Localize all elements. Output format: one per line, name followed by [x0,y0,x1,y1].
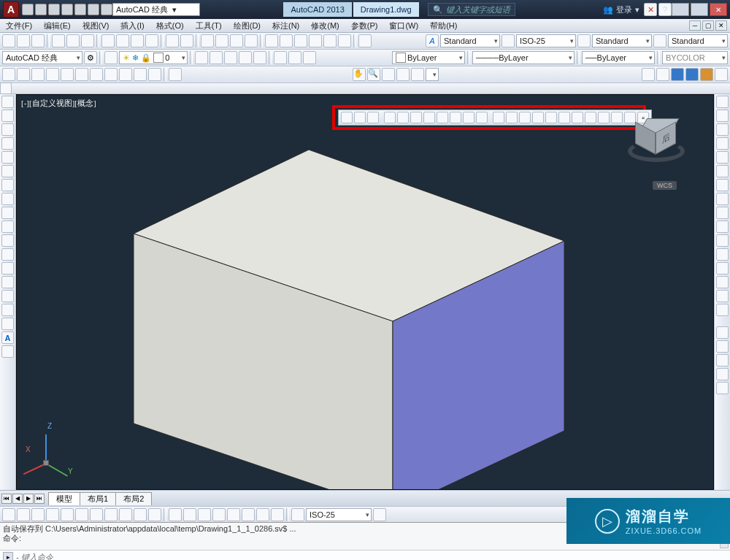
move-icon[interactable] [716,165,729,177]
dimdia-icon[interactable] [90,508,103,521]
linetype-dropdown[interactable]: ──── ByLayer [472,51,575,64]
maximize-button[interactable]: ▢ [691,3,708,16]
centermark-icon[interactable] [212,508,226,521]
xline-icon[interactable] [1,220,14,233]
textstyle-icon[interactable]: A [426,34,439,47]
line-icon[interactable] [1,96,14,108]
se-materials-icon[interactable] [585,112,596,123]
command-input[interactable] [16,553,730,560]
tab-first-button[interactable]: ⏮ [1,494,12,504]
offsetface-icon[interactable] [410,112,422,123]
ucs-icon[interactable] [0,83,12,94]
toolpal-icon[interactable] [294,34,307,47]
paste-icon[interactable] [131,34,144,47]
mdi-close-button[interactable]: ✕ [715,20,727,31]
tab-prev-button[interactable]: ◀ [12,494,23,504]
layerprops-icon[interactable] [104,51,118,64]
layer-dropdown[interactable]: ☀ ❄ 🔒 0 [119,51,188,64]
dimali-icon[interactable] [17,508,30,521]
addsel-icon[interactable] [1,345,14,358]
ws-settings-icon[interactable]: ⚙ [84,51,97,64]
dimedit-icon[interactable] [256,508,269,521]
gradient-icon[interactable] [1,290,14,302]
circle-icon[interactable] [1,123,14,136]
dimbase-icon[interactable] [134,508,147,521]
preview-icon[interactable] [66,34,80,47]
textstyle-dropdown[interactable]: Standard [440,34,500,47]
vback-icon[interactable] [90,68,103,81]
app-logo[interactable]: A [3,1,19,18]
copy2-icon[interactable] [716,110,729,122]
menu-file[interactable]: 文件(F) [0,20,38,31]
dimtedit-icon[interactable] [271,508,284,521]
orbit-icon[interactable] [382,68,395,81]
view-label[interactable]: [-][自定义视图][概念] [21,98,96,109]
dimang-icon[interactable] [104,508,118,521]
menu-insert[interactable]: 插入(I) [115,20,150,31]
mirror-icon[interactable] [716,123,729,136]
viewcube[interactable]: 后 [625,111,688,174]
dcenter-icon[interactable] [280,34,293,47]
mdi-max-button[interactable]: ▢ [702,20,714,31]
clean-icon[interactable] [532,112,544,123]
dimstyle2-dropdown[interactable]: ISO-25 [306,508,372,521]
plotstyle-dropdown[interactable]: BYCOLOR [662,51,728,64]
copyface-icon[interactable] [463,112,474,123]
dimjogline-icon[interactable] [242,508,255,521]
vs2d-icon[interactable] [642,68,655,81]
menu-format[interactable]: 格式(O) [150,20,190,31]
zoomwin-icon[interactable] [230,34,243,47]
join-icon[interactable] [716,262,729,275]
dimcont-icon[interactable] [148,508,161,521]
vne-icon[interactable] [134,68,147,81]
ray-icon[interactable] [1,234,14,247]
help-icon[interactable]: ? [658,3,672,16]
vsreal-icon[interactable] [685,68,699,81]
vright-icon[interactable] [61,68,74,81]
props-icon[interactable] [265,34,278,47]
qat-plot-icon[interactable] [74,4,86,15]
copy-icon[interactable] [116,34,129,47]
tab-last-button[interactable]: ⏭ [34,494,45,504]
coloredge-icon[interactable] [506,112,518,123]
dimstyle-dropdown[interactable]: ISO-25 [516,34,576,47]
union-icon[interactable] [341,112,353,123]
dimstyle-icon[interactable] [502,34,515,47]
namedview-icon[interactable] [2,68,15,81]
mdi-min-button[interactable]: ─ [689,20,701,31]
arc-icon[interactable] [1,137,14,150]
zoomprev-icon[interactable] [245,34,258,47]
layerlk-icon[interactable] [239,51,252,64]
tab-layout1[interactable]: 布局1 [80,492,116,505]
layerulk-icon[interactable] [253,51,266,64]
menu-view[interactable]: 视图(V) [77,20,115,31]
exchange-icon[interactable]: ✕ [644,3,657,16]
dimstyle2-icon[interactable] [291,508,304,521]
hatch-icon[interactable] [1,276,14,288]
block-icon[interactable] [1,262,14,275]
grp-sel-icon[interactable] [716,382,729,394]
tablestyle-dropdown[interactable]: Standard [592,34,652,47]
mtext-icon[interactable]: A [1,331,14,344]
diminspect-icon[interactable] [227,508,240,521]
signin-area[interactable]: 👥登录▾ [603,4,639,15]
menu-modify[interactable]: 修改(M) [305,20,345,31]
laystate-icon[interactable] [303,51,316,64]
extend-icon[interactable] [716,234,729,247]
fillet-icon[interactable] [716,290,729,302]
tab-next-button[interactable]: ▶ [23,494,34,504]
spline-icon[interactable] [1,207,14,219]
vnw-icon[interactable] [148,68,161,81]
qat-redo-icon[interactable] [101,4,112,15]
save-icon[interactable] [31,34,45,47]
shell-icon[interactable] [558,112,570,123]
menu-parametric[interactable]: 参数(P) [345,20,384,31]
dimord-icon[interactable] [46,508,59,521]
qdim-icon[interactable] [119,508,132,521]
mleaderstyle-icon[interactable] [653,34,666,47]
ellipse-icon[interactable] [1,179,14,191]
extrudeface-icon[interactable] [384,112,396,123]
tab-model[interactable]: 模型 [48,492,80,505]
offset-icon[interactable] [716,137,729,150]
dimupdate-icon[interactable] [373,508,386,521]
